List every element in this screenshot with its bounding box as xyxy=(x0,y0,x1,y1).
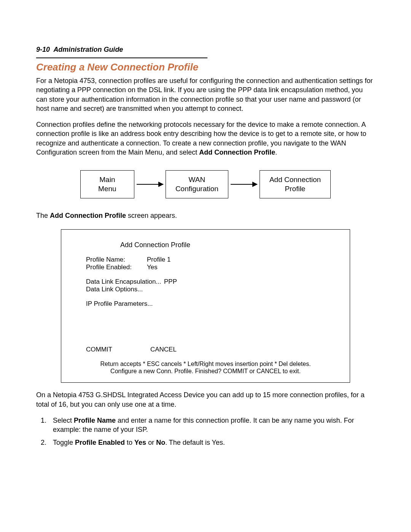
footer-line1: Return accepts * ESC cancels * Left/Righ… xyxy=(100,361,311,367)
nav-box3-line2: Profile xyxy=(285,185,306,193)
step2-c: or xyxy=(146,439,156,446)
nav-box-wan-config: WAN Configuration xyxy=(166,170,228,198)
nav-box-add-profile: Add Connection Profile xyxy=(260,170,331,198)
paragraph-2-bold: Add Connection Profile xyxy=(199,149,275,156)
paragraph-2: Connection profiles define the networkin… xyxy=(36,120,375,157)
section-title: Creating a New Connection Profile xyxy=(36,61,375,73)
step2-bold1: Profile Enabled xyxy=(75,439,125,446)
nav-box1-line1: Main xyxy=(99,176,115,184)
nav-box-main-menu: Main Menu xyxy=(80,170,134,198)
row-profile-name: Profile Name: Profile 1 xyxy=(86,256,335,264)
page-ref: 9-10 xyxy=(36,46,50,53)
label-profile-enabled: Profile Enabled: xyxy=(86,264,147,271)
screen-intro-bold: Add Connection Profile xyxy=(50,212,126,219)
paragraph-3: On a Netopia 4753 G.SHDSL Integrated Acc… xyxy=(36,390,375,409)
terminal-footer: Return accepts * ESC cancels * Left/Righ… xyxy=(76,360,335,375)
label-profile-name: Profile Name: xyxy=(86,256,147,264)
step-2: Toggle Profile Enabled to Yes or No. The… xyxy=(48,438,375,447)
row-profile-enabled: Profile Enabled: Yes xyxy=(86,264,335,271)
guide-title: Administration Guide xyxy=(53,46,123,53)
step2-bold3: No xyxy=(156,439,165,446)
nav-box3-line1: Add Connection xyxy=(269,176,321,184)
value-encapsulation: PPP xyxy=(164,278,177,286)
document-page: 9-10 Administration Guide Creating a New… xyxy=(0,0,411,482)
value-profile-enabled: Yes xyxy=(147,264,158,271)
header-divider xyxy=(36,58,207,58)
navigation-flow: Main Menu WAN Configuration Add Connecti… xyxy=(36,170,375,198)
step1-bold: Profile Name xyxy=(74,417,116,424)
row-encapsulation: Data Link Encapsulation... PPP xyxy=(86,278,335,286)
terminal-title: Add Connection Profile xyxy=(120,241,335,249)
row-ip-profile-params: IP Profile Parameters... xyxy=(86,300,335,308)
screen-intro-a: The xyxy=(36,212,50,219)
step2-a: Toggle xyxy=(53,439,75,446)
label-ip-profile-params: IP Profile Parameters... xyxy=(86,300,153,308)
row-data-link-options: Data Link Options... xyxy=(86,286,335,293)
value-profile-name: Profile 1 xyxy=(147,256,170,264)
arrow-icon xyxy=(137,184,163,185)
paragraph-1: For a Netopia 4753, connection profiles … xyxy=(36,76,375,113)
label-data-link-options: Data Link Options... xyxy=(86,286,143,293)
nav-box1-line2: Menu xyxy=(98,185,116,193)
steps-list: Select Profile Name and enter a name for… xyxy=(36,416,375,447)
commit-action: COMMIT xyxy=(86,346,112,353)
step2-d: . The default is Yes. xyxy=(165,439,225,446)
step2-bold2: Yes xyxy=(134,439,146,446)
step2-b: to xyxy=(125,439,134,446)
nav-box2-line1: WAN xyxy=(189,176,206,184)
label-encapsulation: Data Link Encapsulation... xyxy=(86,278,164,286)
paragraph-2-b: . xyxy=(275,149,277,156)
terminal-screen: Add Connection Profile Profile Name: Pro… xyxy=(61,229,350,383)
cancel-action: CANCEL xyxy=(150,346,177,353)
step-1: Select Profile Name and enter a name for… xyxy=(48,416,375,435)
nav-box2-line2: Configuration xyxy=(175,185,218,193)
step1-a: Select xyxy=(53,417,74,424)
screen-intro-b: screen appears. xyxy=(126,212,177,219)
page-header: 9-10 Administration Guide xyxy=(36,46,375,54)
footer-line2: Configure a new Conn. Profile. Finished?… xyxy=(110,368,301,374)
screen-intro: The Add Connection Profile screen appear… xyxy=(36,212,375,220)
arrow-icon xyxy=(231,184,257,185)
terminal-actions: COMMIT CANCEL xyxy=(86,346,335,353)
